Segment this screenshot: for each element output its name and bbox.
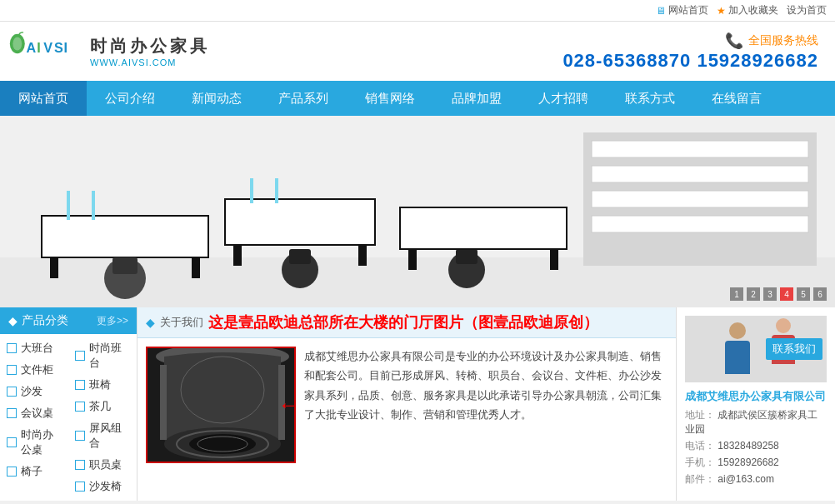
bullet-icon (7, 365, 17, 375)
category-modern-desk[interactable]: 时尚办公桌 (0, 424, 68, 461)
category-file-cabinet[interactable]: 文件柜 (0, 359, 68, 381)
banner-dot-2[interactable]: 2 (747, 287, 760, 301)
svg-rect-10 (592, 141, 808, 157)
banner-dot-5[interactable]: 5 (797, 287, 810, 301)
category-chair[interactable]: 椅子 (0, 461, 68, 482)
bullet-icon (75, 431, 85, 441)
logo-text-area: 时尚办公家具 WWW.AIVSI.COM (90, 35, 210, 67)
category-ban-yi[interactable]: 班椅 (68, 374, 137, 396)
svg-rect-17 (225, 199, 375, 245)
category-fashion-bantal[interactable]: 时尚班台 (68, 337, 137, 374)
hotline-number: 028-65368870 15928926682 (562, 50, 818, 72)
top-bar: 🖥 网站首页 ★ 加入收藏夹 设为首页 (0, 0, 835, 22)
banner: 1 2 3 4 5 6 (0, 116, 835, 307)
bullet-icon (75, 460, 85, 470)
nav-item-products[interactable]: 产品系列 (260, 81, 347, 116)
contact-company: 成都艾维思办公家具有限公司 (685, 389, 827, 404)
svg-text:A: A (27, 40, 37, 55)
nav-item-message[interactable]: 在线留言 (693, 81, 780, 116)
svg-rect-23 (289, 249, 311, 264)
svg-rect-27 (408, 249, 417, 270)
header: A I V S I 时尚办公家具 WWW.AIVSI.COM 📞 全国服务热线 … (0, 22, 835, 81)
contact-address-row: 地址： 成都武侯区簇桥家具工业园 (685, 408, 827, 437)
svg-rect-19 (358, 245, 367, 266)
svg-rect-40 (160, 365, 167, 440)
svg-rect-32 (275, 178, 278, 203)
logo-url: WWW.AIVSI.COM (90, 57, 210, 67)
contact-area: 联系我们 成都艾维思办公家具有限公司 地址： 成都武侯区簇桥家具工业园 电话： … (677, 307, 835, 497)
bullet-icon (7, 387, 17, 397)
phone-value: 18328489258 (718, 440, 778, 452)
svg-rect-14 (42, 216, 208, 257)
phone-label: 电话： (685, 440, 715, 452)
category-meeting-table[interactable]: 会议桌 (0, 402, 68, 424)
star-icon: ★ (717, 5, 726, 17)
bullet-icon (7, 467, 17, 477)
home-link[interactable]: 🖥 网站首页 (656, 3, 708, 17)
banner-image (0, 116, 835, 307)
bullet-icon (7, 437, 17, 447)
banner-scene: 1 2 3 4 5 6 (0, 116, 835, 307)
top-bar-links: 🖥 网站首页 ★ 加入收藏夹 设为首页 (656, 3, 827, 17)
logo-svg: A I V S I (8, 28, 83, 74)
center-header: ◆ 关于我们 这是壹品欧迪总部所在大楼的门厅图片（图壹品欧迪原创） (138, 307, 676, 338)
center-text: 成都艾维思办公家具有限公司是专业的办公环境设计及办公家具制造、销售和配套公司。目… (304, 347, 668, 463)
svg-text:V: V (43, 40, 52, 55)
category-screen[interactable]: 屏风组合 (68, 417, 137, 454)
center-body: ← 成都艾维思办公家具有限公司是专业的办公环境设计及办公家具制造、销售和配套公司… (138, 338, 676, 472)
banner-dot-6[interactable]: 6 (813, 287, 827, 301)
svg-text:S: S (54, 40, 63, 55)
bullet-icon (75, 380, 85, 390)
nav-item-home[interactable]: 网站首页 (0, 81, 87, 116)
banner-dots: 1 2 3 4 5 6 (730, 287, 827, 301)
banner-dot-4[interactable]: 4 (780, 287, 793, 301)
nav-item-recruit[interactable]: 人才招聘 (520, 81, 607, 116)
svg-text:I: I (64, 40, 68, 55)
svg-point-1 (12, 37, 22, 50)
nav-item-company[interactable]: 公司介绍 (87, 81, 173, 116)
hotline-area: 📞 全国服务热线 028-65368870 15928926682 (562, 32, 827, 72)
email-label: 邮件： (685, 473, 715, 485)
banner-dot-1[interactable]: 1 (730, 287, 743, 301)
logo-area: A I V S I 时尚办公家具 WWW.AIVSI.COM (0, 28, 210, 74)
svg-rect-31 (250, 178, 253, 203)
category-sofa-chair[interactable]: 沙发椅 (68, 476, 137, 497)
sidebar-title-text: 产品分类 (22, 313, 68, 328)
favorite-link[interactable]: ★ 加入收藏夹 (717, 3, 778, 17)
navigation: 网站首页 公司介绍 新闻动态 产品系列 销售网络 品牌加盟 人才招聘 联系方式 … (0, 81, 835, 116)
center-image-box: ← (146, 347, 296, 463)
contact-email-row: 邮件： ai@163.com (685, 472, 827, 487)
nav-item-brand[interactable]: 品牌加盟 (433, 81, 520, 116)
svg-text:I: I (37, 40, 41, 55)
category-staff-desk[interactable]: 职员桌 (68, 454, 137, 476)
contact-info: 成都艾维思办公家具有限公司 地址： 成都武侯区簇桥家具工业园 电话： 18328… (685, 389, 827, 487)
svg-rect-28 (550, 249, 558, 270)
center-content: ◆ 关于我们 这是壹品欧迪总部所在大楼的门厅图片（图壹品欧迪原创） (138, 307, 677, 501)
contact-mobile-row: 手机： 15928926682 (685, 456, 827, 470)
hotline-label-text: 全国服务热线 (748, 33, 818, 48)
banner-dot-3[interactable]: 3 (763, 287, 777, 301)
mobile-label: 手机： (685, 457, 715, 468)
contact-phone-row: 电话： 18328489258 (685, 439, 827, 453)
svg-rect-18 (233, 245, 242, 266)
nav-item-contact[interactable]: 联系方式 (607, 81, 693, 116)
category-dabantai[interactable]: 大班台 (0, 337, 68, 359)
sidebar-more[interactable]: 更多>> (97, 314, 128, 328)
main-content: ◆ 产品分类 更多>> 大班台 文件柜 沙发 (0, 307, 835, 501)
nav-item-news[interactable]: 新闻动态 (173, 81, 260, 116)
svg-rect-30 (92, 191, 95, 220)
mobile-value: 15928926682 (718, 457, 778, 468)
contact-us-badge[interactable]: 联系我们 (766, 338, 822, 360)
logo-brand: 时尚办公家具 (90, 35, 210, 57)
bullet-icon (7, 408, 17, 418)
svg-rect-13 (592, 216, 808, 232)
hotline-label: 📞 全国服务热线 (562, 32, 818, 50)
lobby-image (148, 348, 296, 463)
email-value: ai@163.com (718, 473, 774, 485)
category-tea-table[interactable]: 茶几 (68, 396, 137, 417)
nav-item-sales[interactable]: 销售网络 (347, 81, 433, 116)
homepage-link[interactable]: 设为首页 (787, 3, 827, 17)
person-silhouette-1 (717, 322, 758, 381)
category-row-1: 大班台 文件柜 沙发 会议桌 (0, 337, 137, 497)
category-sofa[interactable]: 沙发 (0, 381, 68, 402)
